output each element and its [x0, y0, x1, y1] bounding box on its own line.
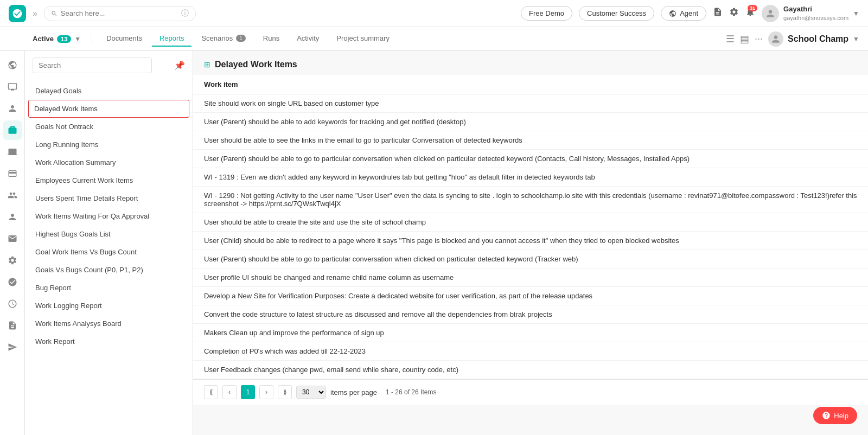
nav-divider: [92, 34, 92, 44]
report-item-work-items-analysis-board[interactable]: Work Items Analysys Board: [25, 315, 193, 332]
grid-view-icon[interactable]: ▤: [740, 33, 749, 45]
table-row: Develop a New Site for Verification Purp…: [193, 287, 868, 305]
report-table: Work item Site should work on single URL…: [193, 75, 868, 379]
tab-runs[interactable]: Runs: [256, 31, 287, 47]
report-item-work-allocation-summary[interactable]: Work Allocation Summary: [25, 153, 193, 171]
active-label: Active: [33, 35, 54, 43]
app-logo: [9, 5, 26, 22]
table-row: Makers Clean up and improve the performa…: [193, 324, 868, 342]
tab-reports[interactable]: Reports: [152, 31, 192, 47]
prev-page-button[interactable]: ‹: [222, 385, 237, 399]
sidebar-icon-mail[interactable]: [3, 229, 22, 248]
user-details: Gayathri gayathri@snovasys.com: [783, 5, 848, 22]
table-row: User (Parent) should be able to go to pa…: [193, 150, 868, 168]
tab-documents[interactable]: Documents: [99, 31, 150, 47]
report-item-bug-report[interactable]: Bug Report: [25, 279, 193, 297]
table-row: Convert the code structure to latest str…: [193, 305, 868, 324]
report-item-long-running-items[interactable]: Long Running Items: [25, 136, 193, 153]
pagination-bar: ⟪ ‹ 1 › ⟫ 10203050100 items per page 1 -…: [193, 379, 868, 405]
table-row: User should be able to create the site a…: [193, 213, 868, 232]
project-name: School Champ: [788, 34, 848, 44]
report-item-work-logging-report[interactable]: Work Logging Report: [25, 297, 193, 315]
more-options-icon[interactable]: ···: [755, 33, 763, 44]
per-page-select[interactable]: 10203050100: [296, 386, 326, 399]
search-icon: [51, 10, 58, 17]
sidebar-icon-persons[interactable]: [3, 207, 22, 227]
second-nav: Active 13 ▼ Documents Reports Scenarios …: [0, 27, 868, 51]
sidebar-icon-doc[interactable]: [3, 316, 22, 335]
report-item-work-report[interactable]: Work Report: [25, 332, 193, 350]
customer-success-button[interactable]: Customer Success: [579, 6, 654, 21]
tab-activity[interactable]: Activity: [289, 31, 327, 47]
help-label: Help: [834, 412, 848, 420]
report-item-work-items-waiting-qa[interactable]: Work Items Waiting For Qa Approval: [25, 207, 193, 225]
report-item-goal-work-items-vs-bugs[interactable]: Goal Work Items Vs Bugs Count: [25, 243, 193, 261]
agent-icon: [669, 10, 676, 17]
sidebar-icons: [0, 51, 25, 435]
reports-list: Delayed GoalsDelayed Work ItemsGoals Not…: [25, 80, 193, 435]
sidebar-icon-briefcase[interactable]: [3, 120, 22, 140]
table-row: User should be able to see the links in …: [193, 131, 868, 150]
next-page-button[interactable]: ›: [259, 385, 273, 399]
agent-label: Agent: [680, 9, 698, 17]
report-header-icon: ⊞: [204, 60, 210, 69]
report-item-delayed-work-items[interactable]: Delayed Work Items: [28, 100, 189, 118]
report-item-highest-bugs-goals-list[interactable]: Highest Bugs Goals List: [25, 225, 193, 243]
table-row: User (Parent) should be able to add keyw…: [193, 113, 868, 131]
top-search-box: ⓘ: [44, 6, 196, 21]
nav-expand-icon[interactable]: »: [33, 9, 37, 18]
last-page-button[interactable]: ⟫: [278, 385, 292, 399]
project-avatar: [768, 31, 783, 47]
sidebar-icon-person[interactable]: [3, 99, 22, 118]
report-title: Delayed Work Items: [215, 60, 297, 69]
agent-button[interactable]: Agent: [661, 6, 706, 21]
sidebar-icon-monitor[interactable]: [3, 142, 22, 162]
table-row: Site should work on single URL based on …: [193, 94, 868, 113]
sidebar-icon-group[interactable]: [3, 185, 22, 205]
pin-icon[interactable]: 📌: [174, 60, 185, 71]
report-item-goals-not-ontrack[interactable]: Goals Not Ontrack: [25, 118, 193, 136]
first-page-button[interactable]: ⟪: [204, 385, 218, 399]
top-search-input[interactable]: [61, 9, 178, 17]
user-dropdown-arrow[interactable]: ▼: [853, 10, 859, 17]
reports-search-input[interactable]: [33, 57, 152, 73]
user-name: Gayathri: [783, 5, 848, 14]
items-per-page-label: items per page: [330, 388, 377, 396]
document-icon-button[interactable]: [713, 7, 723, 20]
sidebar-icon-person2[interactable]: [3, 272, 22, 292]
list-view-icon[interactable]: ☰: [726, 33, 735, 45]
tab-project-summary[interactable]: Project summary: [329, 31, 397, 47]
user-info[interactable]: Gayathri gayathri@snovasys.com ▼: [762, 5, 859, 22]
help-icon: [822, 411, 831, 420]
current-page-button[interactable]: 1: [241, 385, 255, 399]
sidebar-icon-gear[interactable]: [3, 251, 22, 270]
sidebar-icon-card[interactable]: [3, 164, 22, 183]
table-row: User profile UI should be changed and re…: [193, 268, 868, 287]
report-item-employees-current-work-items[interactable]: Employees Current Work Items: [25, 171, 193, 189]
main-content: ⊞ Delayed Work Items Work item Site shou…: [193, 51, 868, 435]
help-button[interactable]: Help: [813, 407, 857, 424]
column-header-work-item: Work item: [193, 75, 868, 94]
sidebar-icon-send[interactable]: [3, 337, 22, 357]
free-demo-button[interactable]: Free Demo: [521, 6, 572, 21]
project-dropdown-arrow[interactable]: ▼: [853, 35, 859, 43]
main-layout: 📌 Delayed GoalsDelayed Work ItemsGoals N…: [0, 51, 868, 435]
sidebar-icon-tv[interactable]: [3, 77, 22, 97]
sidebar-icon-globe[interactable]: [3, 55, 22, 75]
user-avatar: [762, 5, 779, 22]
settings-icon-button[interactable]: [729, 7, 739, 20]
tab-scenarios[interactable]: Scenarios 1: [194, 31, 253, 47]
report-item-users-spent-time-details[interactable]: Users Spent Time Details Report: [25, 189, 193, 207]
second-nav-right: ☰ ▤ ··· School Champ ▼: [726, 31, 859, 47]
reports-search-area: 📌: [25, 51, 193, 80]
report-item-goals-vs-bugs-count[interactable]: Goals Vs Bugs Count (P0, P1, P2): [25, 261, 193, 279]
sidebar-icon-clock[interactable]: [3, 294, 22, 314]
notification-icon-button[interactable]: 31: [745, 7, 755, 20]
active-badge: Active 13 ▼: [33, 35, 81, 43]
active-count: 13: [57, 35, 71, 43]
table-row: WI - 1290 : Not getting Activity to the …: [193, 187, 868, 213]
report-header: ⊞ Delayed Work Items: [193, 51, 868, 75]
table-row: WI - 1319 : Even we didn't added any key…: [193, 168, 868, 187]
report-item-delayed-goals[interactable]: Delayed Goals: [25, 82, 193, 100]
active-dropdown-arrow[interactable]: ▼: [74, 35, 81, 43]
